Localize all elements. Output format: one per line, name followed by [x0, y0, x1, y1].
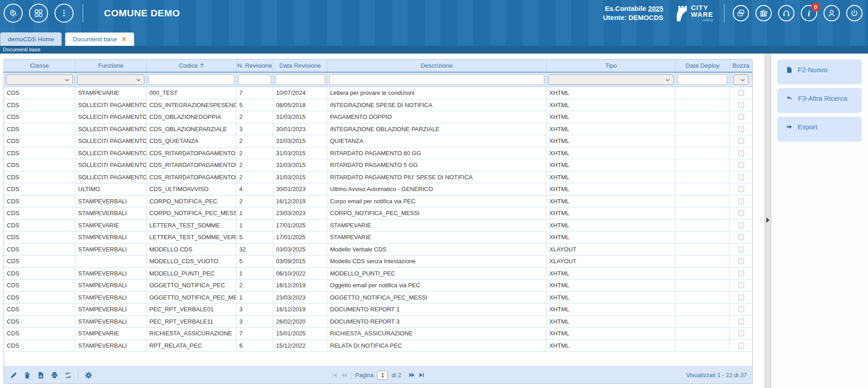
page-number-input[interactable] [377, 371, 388, 380]
f3-altra-ricerca-button[interactable]: F3-Altra Ricerca [777, 88, 862, 113]
bozza-checkbox[interactable] [738, 282, 744, 288]
column-header-descrizione[interactable]: Descrizione [327, 59, 547, 72]
cell-data_revisione: 31/03/2015 [273, 135, 327, 147]
bozza-checkbox[interactable] [738, 198, 744, 204]
table-row[interactable]: CDSSTAMPEVERBALIMODELLO CDS3203/03/2025M… [4, 244, 752, 256]
filter-input-n_revisione[interactable] [238, 74, 271, 85]
menu-dots-icon[interactable] [54, 4, 74, 23]
table-row[interactable]: CDSSTAMPEVARIELETTERA_TEST_SOMME117/01/2… [4, 220, 752, 232]
table-row[interactable]: CDSSTAMPEVERBALIPEC_RPT_VERBALE01316/12/… [4, 304, 752, 316]
cell-data_deploy [676, 147, 730, 159]
table-row[interactable]: CDSSTAMPEVERBALICORPO_NOTIFICA_PEC216/12… [4, 196, 752, 208]
bozza-checkbox[interactable] [738, 295, 744, 300]
print-icon[interactable] [51, 372, 58, 379]
column-header-bozza[interactable]: Bozza [730, 59, 752, 72]
bozza-checkbox[interactable] [738, 186, 744, 192]
bozza-checkbox[interactable] [738, 234, 744, 240]
settings-gear-icon[interactable] [85, 372, 92, 379]
logout-power-icon[interactable] [846, 5, 863, 21]
next-page-icon[interactable] [409, 372, 415, 378]
bozza-checkbox[interactable] [738, 306, 744, 312]
bozza-checkbox[interactable] [738, 330, 744, 336]
table-row[interactable]: CDSMODELLO_CDS_VUOTO503/09/2015Modello C… [4, 255, 752, 268]
bozza-checkbox[interactable] [738, 114, 744, 120]
bozza-checkbox[interactable] [738, 319, 744, 324]
bozza-checkbox[interactable] [738, 222, 744, 228]
info-icon[interactable]: i 0 [801, 5, 817, 21]
rocket-icon[interactable] [4, 4, 23, 23]
table-row[interactable]: CDSSTAMPEVERBALIOGGETTO_NOTIFICA_PEC216/… [4, 280, 752, 292]
column-header-n_revisione[interactable]: N. Revisione [237, 59, 273, 72]
tab-documenti-base[interactable]: Documenti base ✕ [65, 32, 134, 46]
bozza-checkbox[interactable] [738, 162, 744, 168]
table-row[interactable]: CDSSTAMPEVERBALIMODELLO_PUNTI_PEC106/10/… [4, 268, 752, 280]
bozza-checkbox[interactable] [738, 102, 744, 108]
column-header-data_deploy[interactable]: Data Deploy [676, 59, 730, 72]
bozza-checkbox[interactable] [738, 90, 744, 96]
column-header-codice[interactable]: Codice [147, 59, 237, 72]
table-row[interactable]: CDSSTAMPEVERBALIRPT_RELATA_PEC615/12/202… [4, 340, 752, 352]
refresh-icon[interactable] [64, 372, 72, 379]
bozza-checkbox[interactable] [738, 138, 744, 144]
bozza-checkbox[interactable] [738, 150, 744, 156]
table-row[interactable]: CDSSOLLECITI PAGAMENTOCDS_OBLAZIONEDOPPI… [4, 111, 752, 123]
support-headset-icon[interactable] [778, 5, 794, 21]
table-row[interactable]: CDSSOLLECITI PAGAMENTOCDS_INTEGRAZIONESP… [4, 99, 752, 112]
bozza-checkbox[interactable] [738, 126, 744, 132]
cell-n_revisione: 1 [237, 292, 273, 304]
close-tab-icon[interactable]: ✕ [122, 36, 127, 42]
column-header-tipo[interactable]: Tipo [547, 59, 676, 72]
filter-input-codice[interactable] [148, 74, 234, 85]
bozza-checkbox[interactable] [738, 174, 744, 180]
bozza-checkbox[interactable] [738, 270, 744, 276]
table-row[interactable]: CDSSTAMPEVARIE000_TEST710/07/2024Lettera… [4, 87, 752, 99]
splitter-collapse-icon[interactable] [766, 217, 769, 223]
edit-icon[interactable] [10, 372, 17, 379]
table-row[interactable]: CDSSOLLECITI PAGAMENTOCDS_RITARDATOPAGAM… [4, 172, 752, 184]
cell-n_revisione: 6 [237, 340, 273, 352]
cell-codice: LETTERA_TEST_SOMME [147, 220, 237, 231]
table-row[interactable]: CDSSTAMPEVERBALIPEC_RPT_VERBALE11326/02/… [4, 316, 752, 328]
filter-input-descrizione[interactable] [329, 74, 544, 85]
prev-page-icon[interactable] [341, 372, 347, 378]
table-row[interactable]: CDSSTAMPEVERBALIOGGETTO_NOTIFICA_PEC_MES… [4, 292, 752, 304]
delete-icon[interactable] [24, 372, 31, 379]
column-header-classe[interactable]: Classe [4, 59, 75, 72]
export-button[interactable]: Export [777, 117, 862, 142]
panel-splitter[interactable] [764, 54, 771, 388]
cell-data_deploy [676, 255, 730, 267]
table-row[interactable]: CDSSTAMPEVERBALILETTERA_TEST_SOMME_VERB5… [4, 231, 752, 244]
table-row[interactable]: CDSSTAMPEVERBALICORPO_NOTIFICA_PEC_MESSI… [4, 207, 752, 220]
table-row[interactable]: CDSSOLLECITI PAGAMENTOCDS_OBLAZIONEPARZI… [4, 123, 752, 136]
tab-democds-home[interactable]: demoCDS Home [0, 32, 62, 46]
export-excel-icon[interactable] [37, 372, 44, 379]
table-row[interactable]: CDSSOLLECITI PAGAMENTOCDS_QUIETANZA231/0… [4, 135, 752, 147]
filter-input-data_deploy[interactable] [678, 74, 727, 85]
first-page-icon[interactable] [331, 372, 337, 378]
f2-nuovo-button[interactable]: F2-Nuovo [777, 59, 862, 84]
filter-select-funzione[interactable] [77, 74, 144, 85]
manuals-icon[interactable] [755, 5, 772, 21]
bozza-checkbox[interactable] [738, 210, 744, 216]
cell-codice: CDS_RITARDATOPAGAMENTO [147, 147, 237, 159]
profile-icon[interactable] [824, 5, 840, 21]
cityware-logo: CITY WARE online [673, 4, 713, 22]
last-page-icon[interactable] [419, 372, 425, 378]
bozza-checkbox[interactable] [738, 258, 744, 264]
apps-grid-icon[interactable] [29, 4, 48, 23]
filter-select-bozza[interactable] [733, 74, 749, 85]
table-row[interactable]: CDSSTAMPEVARIERICHIESTA_ASSICURAZIONE715… [4, 328, 752, 340]
bozza-checkbox[interactable] [738, 343, 744, 349]
windows-icon[interactable] [733, 5, 749, 21]
table-row[interactable]: CDSULTIMOCDS_ULTIMOAVVISO430/01/2023Ulti… [4, 183, 752, 196]
column-header-funzione[interactable]: Funzione [75, 59, 147, 72]
exercise-year[interactable]: 2025 [648, 5, 663, 12]
filter-input-data_revisione[interactable] [275, 74, 325, 85]
filter-select-classe[interactable] [6, 74, 73, 85]
table-row[interactable]: CDSSOLLECITI PAGAMENTOCDS_RITARDATOPAGAM… [4, 147, 752, 160]
column-label: Descrizione [421, 62, 453, 69]
column-header-data_revisione[interactable]: Data Revisione [273, 59, 327, 72]
filter-select-tipo[interactable] [548, 74, 674, 85]
table-row[interactable]: CDSSOLLECITI PAGAMENTOCDS_RITARDATOPAGAM… [4, 159, 752, 172]
bozza-checkbox[interactable] [738, 246, 744, 252]
